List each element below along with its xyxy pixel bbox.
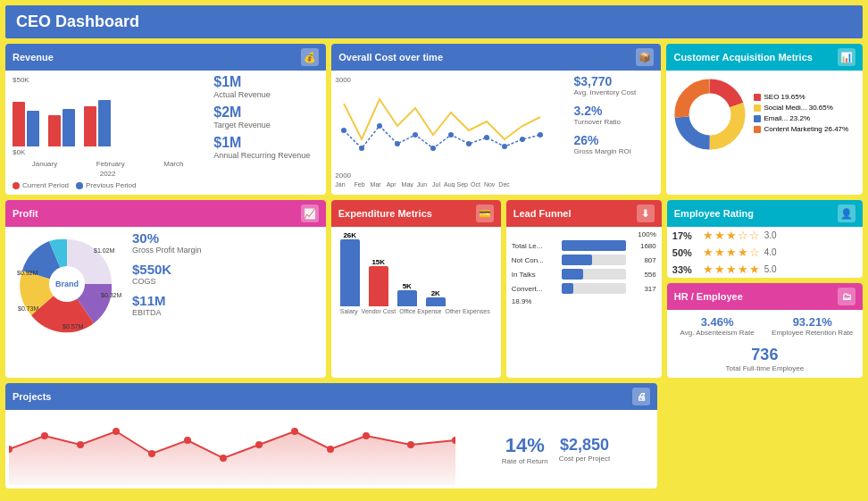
arr-label: Annual Recurring Revenue <box>213 151 322 160</box>
lead-funnel-header: Lead Funnel ⬇ <box>506 200 662 227</box>
salary-bar <box>340 239 360 306</box>
svg-point-27 <box>77 441 84 448</box>
hr-card: HR / Employee 🗂 3.46% Avg. Absenteeism R… <box>667 283 863 378</box>
funnel-convert-label: Convert... <box>512 285 558 293</box>
svg-point-7 <box>466 141 472 146</box>
row3-spacer <box>663 383 859 488</box>
seg-seo-label: SEO 19.65% <box>764 93 805 101</box>
office-bar <box>397 290 417 306</box>
gross-profit-label: Gross Profit Margin <box>132 246 322 255</box>
rating-stars-1: ★★★☆☆ <box>703 229 761 242</box>
svg-point-4 <box>413 132 418 138</box>
funnel-talks-label: In Talks <box>512 271 558 279</box>
svg-point-33 <box>291 428 298 435</box>
projects-title: Projects <box>13 391 51 402</box>
funnel-notcon-label: Not Con... <box>512 256 558 264</box>
profit-stats: 30% Gross Profit Margin $550K COGS $11M … <box>125 230 322 341</box>
rating-num-2: 4.0 <box>764 247 777 257</box>
svg-point-16 <box>693 96 729 132</box>
funnel-notcon-val: 807 <box>630 256 656 264</box>
target-revenue-label: Target Revenue <box>213 121 322 129</box>
employee-rating-icon: 👤 <box>838 205 855 222</box>
seg-email-color <box>754 115 761 122</box>
legend-previous-dot <box>76 182 83 189</box>
revenue-card: Revenue 💰 $50K <box>5 44 326 195</box>
lead-funnel-card: Lead Funnel ⬇ 100% Total Le... 1680 Not … <box>506 200 662 378</box>
acquisition-title: Customer Acquisition Metrics <box>673 52 812 63</box>
revenue-title: Revenue <box>13 52 54 63</box>
other-val: 2K <box>431 289 440 297</box>
seg-content-label: Content Marketing 26.47% <box>764 125 848 133</box>
svg-point-2 <box>377 123 382 129</box>
funnel-talks-val: 556 <box>630 271 656 279</box>
donut-area: SEO 19.65% Social Medi... 30.65% Email..… <box>666 71 863 158</box>
hr-total: 736 Total Full-time Employee <box>667 342 863 378</box>
svg-point-34 <box>327 446 334 453</box>
svg-point-31 <box>220 455 227 462</box>
profit-card: Profit 📈 Bran <box>5 200 326 378</box>
cost-per-proj-amount: $2,850 <box>559 436 610 455</box>
expenditure-icon: 💳 <box>476 205 494 222</box>
legend-previous-label: Previous Period <box>86 181 136 189</box>
svg-point-11 <box>538 132 543 138</box>
svg-point-10 <box>520 137 525 142</box>
funnel-row-notcon: Not Con... 807 <box>512 255 656 265</box>
target-revenue-amount: $2M <box>213 104 322 121</box>
svg-point-29 <box>148 450 155 457</box>
employee-rating-body: 17% ★★★☆☆ 3.0 50% ★★★★☆ 4.0 33% ★★★★★ <box>667 227 863 278</box>
rating-row-1: 17% ★★★☆☆ 3.0 <box>667 227 863 244</box>
turnover-ratio: 3.2% <box>573 104 657 118</box>
projects-stats: 14% Rate of Return $2,850 Cost per Proje… <box>491 413 654 485</box>
rating-row-2: 50% ★★★★☆ 4.0 <box>667 244 863 261</box>
seg-social-color <box>754 104 761 112</box>
revenue-y50k: $50K <box>9 74 206 84</box>
projects-chart: Janua...FebruaryMarchAprilMayJuneJulyAug… <box>9 413 491 485</box>
lead-funnel-title: Lead Funnel <box>513 208 572 219</box>
seg-social-label: Social Medi... 30.65% <box>764 104 832 112</box>
cost-title: Overall Cost over time <box>338 52 443 63</box>
employee-rating-header: Employee Rating 👤 <box>667 200 863 227</box>
revenue-header: Revenue 💰 <box>5 44 326 71</box>
cost-icon: 📦 <box>636 48 654 66</box>
cost-line-chart <box>335 86 558 166</box>
funnel-notcon-bar <box>562 255 593 265</box>
acquisition-card: Customer Acquisition Metrics 📊 <box>666 44 863 195</box>
dashboard-header: CEO Dashboard <box>5 5 863 38</box>
rating-stars-2: ★★★★☆ <box>703 246 761 259</box>
acquisition-header: Customer Acquisition Metrics 📊 <box>666 44 863 71</box>
acquisition-icon: 📊 <box>838 48 855 66</box>
office-val: 5K <box>403 282 412 290</box>
rating-num-1: 3.0 <box>764 230 777 240</box>
rev-label-jan: January <box>32 160 57 168</box>
rating-pct-2: 50% <box>672 247 699 258</box>
actual-revenue-label: Actual Revenue <box>213 90 322 99</box>
hr-title: HR / Employee <box>674 291 743 302</box>
gross-profit-margin: 30% <box>132 230 322 246</box>
projects-icon: 🖨 <box>632 388 650 405</box>
actual-revenue-amount: $1M <box>213 74 322 90</box>
rating-num-3: 5.0 <box>764 264 777 274</box>
svg-point-1 <box>359 146 364 151</box>
svg-point-5 <box>430 146 436 151</box>
cost-card: Overall Cost over time 📦 3000 <box>331 44 661 195</box>
rate-of-return-label: Rate of Return <box>502 457 548 465</box>
retention-amount: 93.21% <box>767 315 857 329</box>
cost-header: Overall Cost over time 📦 <box>331 44 661 71</box>
revenue-y0k: $0K <box>9 146 206 156</box>
pie-area: Brand $1.02M $0.32M $0.57M $0.73M $0.92M <box>9 230 125 341</box>
other-bar <box>426 297 446 306</box>
legend-current-dot <box>13 182 20 189</box>
profit-pie: Brand $1.02M $0.32M $0.57M $0.73M $0.92M <box>9 230 125 338</box>
projects-line <box>9 413 455 485</box>
rating-pct-1: 17% <box>672 230 699 241</box>
gross-margin-label: Gross Margin ROI <box>573 147 657 155</box>
gross-margin: 26% <box>573 133 657 147</box>
rev-label-feb: February <box>96 160 125 168</box>
hr-header: HR / Employee 🗂 <box>667 283 863 310</box>
salary-val: 26K <box>343 231 356 239</box>
rating-pct-3: 33% <box>672 264 699 275</box>
funnel-row-total: Total Le... 1680 <box>512 240 656 251</box>
svg-point-26 <box>41 432 48 439</box>
funnel-total-bar <box>562 240 626 251</box>
salary-label: Salary <box>340 308 358 314</box>
